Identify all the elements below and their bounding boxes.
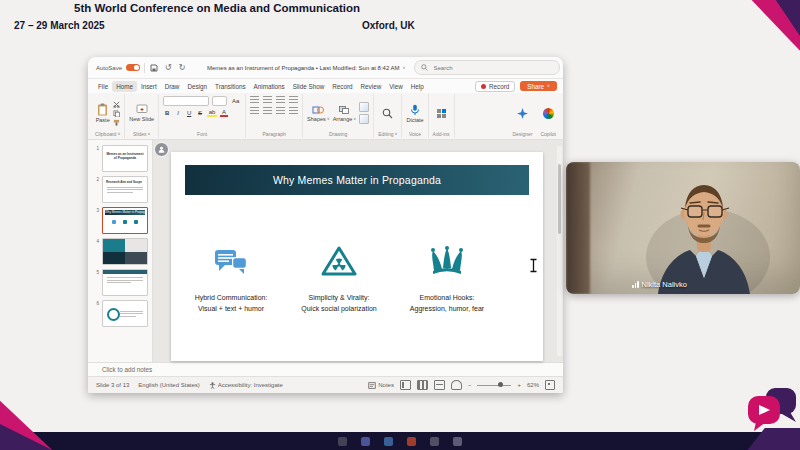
menu-draw[interactable]: Draw	[161, 81, 184, 92]
fit-slide-button[interactable]	[545, 380, 555, 390]
italic-button[interactable]: I	[174, 110, 182, 116]
shapes-button[interactable]: Shapes∨	[307, 105, 330, 122]
taskbar-icon[interactable]	[361, 437, 370, 446]
slide-editor[interactable]: Why Memes Matter in Propaganda	[171, 152, 543, 361]
notes-placeholder: Click to add notes	[102, 366, 152, 373]
arrange-button[interactable]: Arrange∨	[333, 105, 357, 122]
new-slide-button[interactable]: New Slide	[129, 104, 154, 122]
menu-file[interactable]: File	[94, 81, 112, 92]
align-left-button[interactable]	[250, 107, 259, 115]
slideshow-view-button[interactable]	[451, 380, 462, 390]
bullets-button[interactable]	[250, 96, 259, 104]
line-spacing-button[interactable]	[289, 107, 298, 115]
change-case-icon[interactable]: Aa	[230, 98, 241, 104]
menu-animations[interactable]: Animations	[250, 81, 289, 92]
slide-column-3[interactable]: Emotional Hooks: Aggression, humor, fear	[393, 242, 501, 314]
font-size-select[interactable]	[212, 96, 227, 106]
vertical-scrollbar[interactable]	[557, 146, 562, 356]
bold-button[interactable]: B	[163, 110, 171, 116]
slide-sorter-view-button[interactable]	[417, 380, 428, 390]
indent-increase-button[interactable]	[289, 96, 298, 104]
voice-group-label: Voice	[409, 131, 421, 137]
slide-thumbnail-5[interactable]	[102, 269, 148, 296]
slide-thumbnail-3-selected[interactable]: Why Memes Matter in Propaganda	[102, 207, 148, 234]
slide-thumbnail-6[interactable]	[102, 300, 148, 327]
screen: 5th World Conference on Media and Commun…	[0, 0, 800, 450]
paste-button[interactable]: Paste	[96, 103, 110, 123]
drawing-group-label: Drawing	[329, 131, 347, 137]
addins-group-label: Add-ins	[433, 131, 450, 137]
menu-review[interactable]: Review	[357, 81, 386, 92]
menu-record[interactable]: Record	[328, 81, 356, 92]
slide-title[interactable]: Why Memes Matter in Propaganda	[185, 165, 529, 195]
shape-fill-button[interactable]	[359, 114, 369, 124]
menu-transitions[interactable]: Transitions	[211, 81, 250, 92]
taskbar-icon[interactable]	[453, 437, 462, 446]
search-box[interactable]	[414, 60, 560, 75]
cut-icon[interactable]	[113, 101, 120, 108]
format-painter-icon[interactable]	[113, 119, 120, 126]
search-input[interactable]	[432, 64, 536, 72]
slide-thumbnail-1[interactable]: Memes as an Instrument of Propaganda	[102, 145, 148, 172]
menu-view[interactable]: View	[385, 81, 407, 92]
reading-view-button[interactable]	[434, 380, 445, 390]
slide-column-2[interactable]: Simplicity & Virality: Quick social pola…	[285, 242, 393, 314]
redo-icon[interactable]: ↻	[177, 63, 187, 73]
thumbnail-row: 1 Memes as an Instrument of Propaganda	[88, 143, 152, 174]
chevron-down-icon: ∨	[395, 132, 398, 136]
slide-number: 1	[93, 146, 99, 151]
indent-decrease-button[interactable]	[276, 96, 285, 104]
menu-design[interactable]: Design	[183, 81, 211, 92]
zoom-out-button[interactable]: −	[468, 382, 472, 388]
taskbar-icon[interactable]	[384, 437, 393, 446]
designer-icon[interactable]	[517, 108, 528, 119]
undo-icon[interactable]: ↺	[163, 63, 173, 73]
highlight-color-button[interactable]: ab	[207, 109, 217, 117]
zoom-level[interactable]: 62%	[527, 382, 539, 388]
share-button[interactable]: Share ∨	[520, 81, 557, 91]
document-title-text: Memes as an Instrument of Propaganda • L…	[207, 65, 400, 71]
editing-button[interactable]	[382, 108, 393, 119]
dictate-button[interactable]: Dictate	[406, 104, 423, 123]
menu-home[interactable]: Home	[112, 81, 137, 92]
autosave-toggle[interactable]	[126, 64, 140, 71]
font-name-select[interactable]	[163, 96, 209, 106]
language-indicator[interactable]: English (United States)	[138, 382, 199, 388]
scrollbar-thumb[interactable]	[558, 164, 561, 234]
slides-group: New Slide Slides∨	[125, 94, 159, 138]
slide-thumbnail-2[interactable]: Research Aim and Scope	[102, 176, 148, 203]
notes-pane[interactable]: Click to add notes	[88, 362, 563, 376]
underline-button[interactable]: U	[185, 110, 193, 116]
slide-number: 4	[93, 239, 99, 244]
align-right-button[interactable]	[276, 107, 285, 115]
menu-help[interactable]: Help	[407, 81, 428, 92]
copy-icon[interactable]	[113, 110, 120, 117]
copilot-icon[interactable]	[543, 108, 554, 119]
taskbar-icon[interactable]	[407, 437, 416, 446]
strikethrough-button[interactable]: S	[196, 110, 204, 116]
taskbar-icon[interactable]	[338, 437, 347, 446]
record-button[interactable]: Record	[475, 81, 515, 92]
numbering-button[interactable]	[263, 96, 272, 104]
notes-toggle-button[interactable]: Notes	[368, 382, 394, 389]
menu-slideshow[interactable]: Slide Show	[289, 81, 329, 92]
zoom-slider-knob[interactable]	[498, 382, 503, 387]
addins-group: Add-ins	[429, 94, 455, 138]
quick-styles-button[interactable]	[359, 102, 369, 112]
normal-view-button[interactable]	[400, 380, 411, 390]
zoom-in-button[interactable]: +	[517, 382, 521, 388]
accessibility-checker[interactable]: Accessibility: Investigate	[209, 382, 283, 389]
slide-thumbnail-4[interactable]	[102, 238, 148, 265]
font-color-button[interactable]: A	[220, 109, 228, 117]
menu-insert[interactable]: Insert	[137, 81, 161, 92]
slide-column-1[interactable]: Hybrid Communication: Visual + text + hu…	[177, 242, 285, 314]
align-center-button[interactable]	[263, 107, 272, 115]
addins-icon[interactable]	[436, 108, 447, 119]
column-detail: Quick social polarization	[301, 304, 376, 314]
document-title[interactable]: Memes as an Instrument of Propaganda • L…	[207, 65, 405, 71]
slide-indicator[interactable]: Slide 3 of 13	[96, 382, 129, 388]
save-icon[interactable]	[149, 63, 159, 73]
copilot-group: Copilot	[536, 94, 560, 138]
taskbar-icon[interactable]	[430, 437, 439, 446]
zoom-slider[interactable]	[477, 385, 511, 386]
